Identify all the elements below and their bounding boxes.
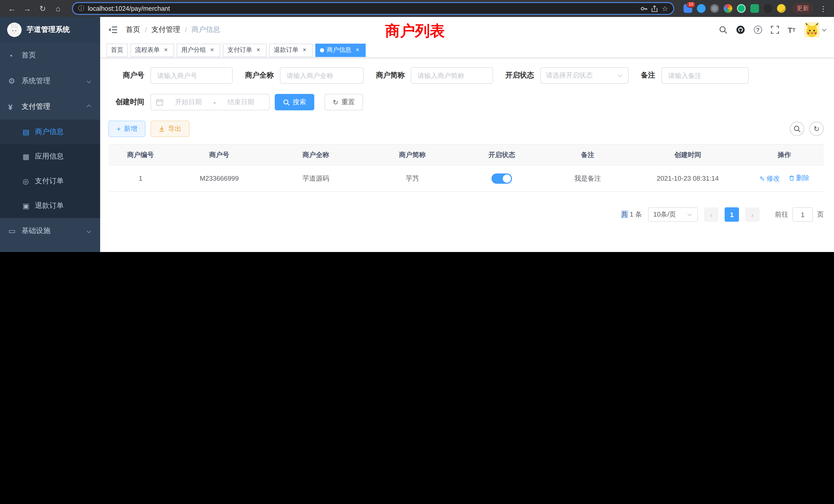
goto-label: 前往: [775, 210, 788, 219]
breadcrumb-home[interactable]: 首页: [126, 25, 140, 35]
navbar-actions: ? TT: [719, 22, 826, 38]
bookmark-star-icon[interactable]: ☆: [662, 4, 668, 13]
app-grid-icon: ▦: [23, 153, 35, 161]
red-annotation: 商户列表: [385, 21, 445, 42]
close-icon[interactable]: ×: [301, 46, 308, 54]
merchant-no-input[interactable]: [151, 67, 233, 84]
tag-user-group[interactable]: 用户分组 ×: [177, 43, 220, 57]
extension-emoji-icon[interactable]: [777, 4, 786, 13]
reset-button[interactable]: ↻ 重置: [325, 94, 363, 110]
sidebar-item-merchant-info[interactable]: ▤ 商户信息: [0, 120, 100, 144]
sidebar-item-app-info[interactable]: ▦ 应用信息: [0, 144, 100, 169]
status-label: 开启状态: [505, 71, 534, 80]
delete-link[interactable]: 删除: [789, 174, 809, 183]
help-icon[interactable]: ?: [754, 26, 762, 34]
active-dot: [320, 48, 324, 52]
extension-drop-icon[interactable]: [697, 4, 706, 13]
infra-icon: ▭: [8, 226, 22, 235]
sidebar-item-system[interactable]: ⚙ 系统管理: [0, 68, 100, 94]
browser-menu-icon[interactable]: ⋮: [817, 4, 829, 13]
close-icon[interactable]: ×: [255, 46, 262, 54]
close-icon[interactable]: ×: [208, 46, 216, 54]
goto-page-input[interactable]: [792, 207, 813, 222]
dashboard-icon: ◔: [8, 51, 22, 60]
extension-paw-icon[interactable]: [764, 4, 772, 13]
font-size-icon[interactable]: TT: [788, 25, 795, 34]
tag-merchant-info[interactable]: 商户信息 ×: [315, 43, 366, 57]
sidebar-item-home[interactable]: ◔ 首页: [0, 43, 100, 68]
sidebar-toggle-icon[interactable]: [108, 26, 117, 34]
extension-green-circle-icon[interactable]: [737, 4, 746, 13]
cell-merchant-id: 1: [108, 165, 173, 192]
refresh-table-button[interactable]: ↻: [809, 122, 824, 136]
breadcrumb-pay[interactable]: 支付管理: [152, 25, 180, 35]
prev-page-button[interactable]: ‹: [704, 207, 719, 222]
start-date-placeholder: 开始日期: [166, 97, 212, 107]
tag-home[interactable]: 首页: [106, 43, 128, 57]
full-name-input[interactable]: [280, 67, 364, 84]
breadcrumb-separator: /: [185, 26, 187, 34]
site-info-icon[interactable]: ⓘ: [78, 4, 84, 13]
extension-color-wheel-icon[interactable]: [724, 4, 732, 13]
create-time-range-picker[interactable]: 开始日期 - 结束日期: [151, 94, 270, 110]
sidebar-item-refund-order[interactable]: ▣ 退款订单: [0, 193, 100, 218]
tag-pay-order[interactable]: 支付订单 ×: [223, 43, 266, 57]
sidebar-item-infra[interactable]: ▭ 基础设施: [0, 218, 100, 244]
extension-gray-icon[interactable]: [710, 4, 719, 13]
status-toggle[interactable]: [491, 173, 512, 183]
table-toolbar: + 新增 导出 ↻: [108, 121, 824, 137]
goto-suffix: 页: [817, 210, 824, 219]
tags-view: 首页 流程表单 × 用户分组 × 支付订单 × 退款订单 ×: [100, 43, 834, 58]
short-name-input[interactable]: [411, 67, 493, 84]
remark-input[interactable]: [661, 67, 749, 84]
add-button[interactable]: + 新增: [108, 121, 145, 137]
github-icon[interactable]: [736, 25, 745, 35]
tag-refund-order[interactable]: 退款订单 ×: [269, 43, 313, 57]
next-page-button[interactable]: ›: [745, 207, 760, 222]
cell-create-time: 2021-10-23 08:31:14: [631, 165, 745, 192]
back-button[interactable]: ←: [5, 2, 19, 15]
app-logo-icon: [7, 23, 22, 37]
col-create-time: 创建时间: [631, 144, 745, 165]
chevron-down-icon: [822, 27, 827, 31]
sidebar-item-pay[interactable]: ¥ 支付管理: [0, 94, 100, 120]
reload-button[interactable]: ↻: [36, 2, 49, 15]
yen-icon: ¥: [8, 102, 22, 111]
status-select[interactable]: 请选择开启状态: [540, 67, 629, 84]
plus-icon: +: [116, 125, 121, 133]
tag-process-form[interactable]: 流程表单 ×: [130, 43, 174, 57]
chevron-down-icon: [87, 79, 91, 84]
sidebar-item-devtools[interactable]: ⚒ 研发工具: [0, 244, 100, 252]
col-remark: 备注: [545, 144, 630, 165]
chevron-down-icon: [618, 73, 622, 77]
toggle-search-button[interactable]: [790, 122, 804, 136]
search-icon[interactable]: [719, 26, 727, 34]
close-icon[interactable]: ×: [354, 46, 361, 54]
pay-order-icon: ◎: [23, 177, 35, 185]
export-button[interactable]: 导出: [151, 121, 190, 137]
fullscreen-icon[interactable]: [771, 26, 779, 34]
page-size-select[interactable]: 10条/页: [648, 207, 698, 222]
browser-update-button[interactable]: 更新: [792, 3, 813, 14]
page-1-button[interactable]: 1: [725, 207, 739, 222]
home-button[interactable]: ⌂: [51, 2, 65, 15]
cell-full-name: 芋道源码: [266, 165, 366, 192]
extension-notes-icon[interactable]: [750, 4, 759, 13]
create-time-label: 创建时间: [108, 97, 144, 107]
app-logo-row[interactable]: 芋道管理系统: [0, 17, 100, 43]
edit-link[interactable]: ✎ 修改: [759, 174, 780, 183]
user-avatar[interactable]: [804, 22, 826, 38]
col-merchant-no: 商户号: [173, 144, 266, 165]
forward-button[interactable]: →: [21, 2, 34, 15]
password-key-icon[interactable]: [641, 5, 648, 12]
extension-sidebar-icon[interactable]: 10: [683, 4, 692, 13]
search-button[interactable]: 搜索: [275, 94, 314, 110]
url-text: localhost:1024/pay/merchant: [88, 5, 637, 12]
close-icon[interactable]: ×: [162, 46, 170, 54]
gear-icon: ⚙: [8, 76, 22, 86]
chevron-up-icon: [87, 105, 91, 109]
share-icon[interactable]: [652, 5, 658, 12]
url-bar[interactable]: ⓘ localhost:1024/pay/merchant ☆: [72, 2, 674, 15]
app-title: 芋道管理系统: [27, 25, 70, 35]
sidebar-item-pay-order[interactable]: ◎ 支付订单: [0, 169, 100, 193]
